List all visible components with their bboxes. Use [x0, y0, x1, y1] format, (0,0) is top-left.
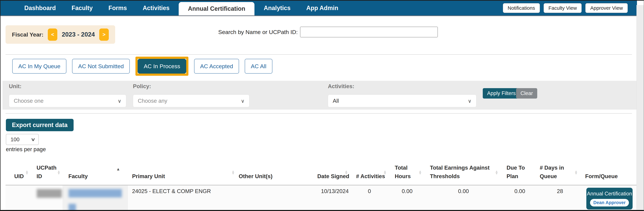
sort-icon[interactable]: ▲▼ — [231, 170, 235, 174]
fiscal-year-prev-button[interactable]: < — [48, 28, 57, 41]
top-navigation: Dashboard Faculty Forms Activities Annua… — [0, 1, 637, 16]
nav-tab-annual-certification[interactable]: Annual Certification — [179, 2, 254, 16]
search-label: Search by Name or UCPath ID: — [218, 29, 298, 35]
search-group: Search by Name or UCPath ID: — [218, 27, 438, 37]
sort-icon[interactable]: ▲▼ — [383, 170, 387, 174]
cell-primary-unit: 24025 - ELECT & COMP ENGR — [128, 185, 237, 210]
active-tab-highlight: AC In Process — [136, 57, 188, 76]
clear-filters-button[interactable]: Clear — [516, 88, 537, 98]
activities-filter-value: All — [333, 98, 339, 104]
chevron-right-icon: > — [102, 32, 106, 37]
nav-item-activities[interactable]: Activities — [135, 4, 177, 12]
fiscal-year-label: Fiscal Year: — [12, 31, 44, 38]
nav-items: Dashboard Faculty Forms Activities Annua… — [16, 1, 346, 16]
column-header-other-units[interactable]: Other Unit(s) — [237, 156, 312, 185]
column-header-form-queue: Form/Queue — [580, 156, 636, 185]
page-size-value: 100 — [10, 136, 20, 142]
tab-ac-in-my-queue[interactable]: AC In My Queue — [12, 59, 66, 74]
column-header-uid[interactable]: UID ▲▼ — [6, 156, 31, 185]
fiscal-search-row: Fiscal Year: < 2023 - 2024 > Search by N… — [0, 25, 644, 44]
column-header-ucpath-id[interactable]: UCPath ID ▲▼ — [31, 156, 62, 185]
nav-actions: Notifications Faculty View Approver View — [503, 3, 628, 13]
cell-faculty[interactable] — [62, 185, 128, 210]
cell-date-signed: 10/13/2024 — [312, 185, 350, 210]
faculty-view-button[interactable]: Faculty View — [544, 3, 582, 13]
column-header-num-activities[interactable]: # Activities ▲▼ — [350, 156, 389, 185]
cell-total-hours: 0.00 — [389, 185, 424, 210]
nav-item-app-admin[interactable]: App Admin — [298, 4, 346, 12]
tab-ac-accepted[interactable]: AC Accepted — [194, 59, 239, 74]
cell-num-activities: 0 — [350, 185, 389, 210]
cell-other-units — [237, 185, 312, 210]
status-tabs: AC In My Queue AC Not Submitted AC In Pr… — [12, 56, 272, 76]
table-row: 24025 - ELECT & COMP ENGR 10/13/2024 0 0… — [6, 185, 636, 210]
approver-view-button[interactable]: Approver View — [585, 3, 628, 13]
activities-filter-select[interactable]: All ∨ — [328, 94, 476, 107]
redacted-ucpath-id — [37, 189, 62, 198]
unit-filter-select[interactable]: Choose one ∨ — [9, 94, 126, 107]
column-header-date-signed[interactable]: Date Signed ▲▼ — [312, 156, 350, 185]
sort-icon[interactable]: ▲▼ — [344, 170, 348, 174]
sort-icon[interactable]: ▲▼ — [574, 170, 578, 174]
column-header-due-to-plan[interactable]: Due To Plan — [500, 156, 531, 185]
fiscal-year-panel: Fiscal Year: < 2023 - 2024 > — [6, 25, 115, 44]
sort-icon[interactable]: ▲▼ — [57, 170, 60, 174]
table-header-row: UID ▲▼ UCPath ID ▲▼ Faculty ▲ Primary Un… — [6, 156, 636, 185]
dean-approver-badge: Dean Approver — [590, 199, 629, 206]
chevron-down-icon: ∨ — [241, 98, 244, 104]
policy-filter-label: Policy: — [133, 83, 151, 90]
filter-panel: Unit: Policy: Activities: Choose one ∨ C… — [2, 81, 636, 110]
divider — [6, 54, 632, 55]
chevron-down-icon: ∨ — [468, 98, 472, 104]
results-table: UID ▲▼ UCPath ID ▲▼ Faculty ▲ Primary Un… — [6, 156, 636, 210]
column-header-faculty[interactable]: Faculty ▲ — [62, 156, 128, 185]
chevron-left-icon: < — [51, 32, 54, 37]
unit-filter-label: Unit: — [9, 83, 22, 90]
divider — [6, 113, 632, 114]
cell-ucpath-id — [31, 185, 62, 210]
sort-icon[interactable]: ▲▼ — [418, 170, 422, 174]
annual-certification-button[interactable]: Annual Certification Dean Approver — [586, 188, 632, 210]
tab-ac-all[interactable]: AC All — [245, 59, 272, 74]
nav-item-forms[interactable]: Forms — [100, 4, 135, 12]
redacted-faculty-name-link[interactable] — [68, 204, 76, 210]
search-input[interactable] — [300, 27, 438, 37]
page-scrollbar[interactable] — [636, 5, 644, 211]
export-current-data-button[interactable]: Export current data — [6, 119, 74, 131]
apply-filters-button[interactable]: Apply Filters — [483, 88, 520, 98]
app-window: Dashboard Faculty Forms Activities Annua… — [0, 0, 644, 211]
nav-item-dashboard[interactable]: Dashboard — [16, 4, 64, 12]
policy-filter-select[interactable]: Choose any ∨ — [133, 94, 250, 107]
entries-per-page-label: entries per page — [6, 146, 46, 152]
chevron-down-icon: ∨ — [118, 98, 121, 104]
annual-certification-label: Annual Certification — [587, 191, 632, 196]
unit-filter-value: Choose one — [14, 98, 44, 104]
fiscal-year-value: 2023 - 2024 — [62, 31, 95, 38]
activities-filter-label: Activities: — [328, 83, 354, 90]
column-header-days-in-queue[interactable]: # Days in Queue ▲▼ — [531, 156, 580, 185]
page-size-select[interactable]: 100 ∨ — [6, 134, 39, 145]
cell-uid — [6, 185, 31, 210]
sort-ascending-icon[interactable]: ▲ — [116, 168, 120, 170]
fiscal-year-next-button[interactable]: > — [99, 28, 109, 41]
tab-ac-not-submitted[interactable]: AC Not Submitted — [72, 59, 130, 74]
cell-form-queue: Annual Certification Dean Approver — [580, 185, 636, 210]
cell-total-earnings: 0.00 — [424, 185, 500, 210]
cell-days-in-queue: 28 — [531, 185, 580, 210]
nav-item-analytics[interactable]: Analytics — [256, 4, 298, 12]
policy-filter-value: Choose any — [138, 98, 167, 104]
column-header-primary-unit[interactable]: Primary Unit ▲▼ — [128, 156, 237, 185]
notifications-button[interactable]: Notifications — [503, 3, 540, 13]
sort-icon[interactable]: ▲▼ — [495, 170, 498, 174]
nav-item-faculty[interactable]: Faculty — [64, 4, 100, 12]
column-header-total-hours[interactable]: Total Hours ▲▼ — [389, 156, 424, 185]
tab-ac-in-process[interactable]: AC In Process — [138, 59, 186, 74]
redacted-faculty-name-link[interactable] — [68, 189, 122, 198]
chevron-down-icon: ∨ — [31, 137, 36, 142]
cell-due-to-plan: 0.00 — [500, 185, 531, 210]
sort-icon[interactable]: ▲▼ — [25, 170, 29, 174]
column-header-total-earnings[interactable]: Total Earnings Against Thresholds ▲▼ — [424, 156, 500, 185]
